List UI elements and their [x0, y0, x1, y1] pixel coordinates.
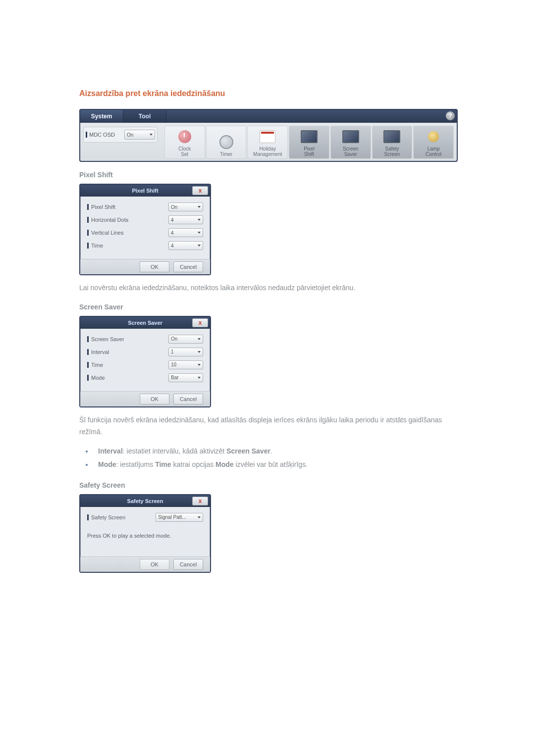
toolbar-item-label: Holiday Management: [253, 146, 282, 157]
screen-saver-bullets: Interval: iestatiet intervālu, kādā akti…: [79, 445, 461, 471]
vertical-lines-select[interactable]: 4: [168, 228, 203, 237]
section-heading: Aizsardzība pret ekrāna iededzināšanu: [79, 89, 461, 98]
toolbar-item-timer[interactable]: Timer: [206, 126, 247, 159]
select-value: On: [171, 336, 177, 342]
toolbar-body: MDC OSD On Clock Set Timer: [80, 123, 457, 161]
select-value: 4: [171, 217, 174, 223]
select-value: 4: [171, 243, 174, 249]
pixel-shift-heading: Pixel Shift: [79, 171, 461, 179]
ok-button[interactable]: OK: [140, 394, 169, 404]
time-select[interactable]: 4: [168, 241, 203, 250]
close-icon: x: [199, 188, 202, 194]
time-select[interactable]: 10: [168, 360, 203, 369]
tab-system[interactable]: System: [80, 110, 123, 123]
dialog-title-text: Safety Screen: [127, 498, 163, 504]
select-value: Signal Patt...: [158, 514, 186, 520]
screen-saver-dialog: Screen Saver x Screen Saver On Interval …: [79, 316, 211, 407]
safety-screen-select[interactable]: Signal Patt...: [156, 513, 203, 522]
toolbar-item-label: Lamp Control: [426, 146, 441, 157]
close-icon: x: [199, 498, 202, 504]
row-time: Time 10: [87, 360, 203, 369]
close-button[interactable]: x: [192, 186, 208, 195]
screen-saver-description: Šī funkcija novērš ekrāna iededzināšanu,…: [79, 414, 461, 438]
bullet-text: : iestatījums: [116, 460, 156, 468]
dialog-footer: OK Cancel: [80, 259, 210, 274]
row-vertical-lines: Vertical Lines 4: [87, 228, 203, 237]
row-label: Mode: [87, 375, 105, 381]
pixel-shift-select[interactable]: On: [168, 202, 203, 211]
chevron-down-icon: [198, 377, 201, 379]
toolbar-item-holiday[interactable]: Holiday Management: [247, 126, 288, 159]
dialog-title-text: Screen Saver: [128, 320, 162, 326]
cancel-button[interactable]: Cancel: [173, 559, 203, 570]
row-safety-screen: Safety Screen Signal Patt...: [87, 513, 203, 522]
row-interval: Interval 1: [87, 348, 203, 356]
pixel-shift-icon: [301, 129, 318, 145]
bullet-strong: Interval: [98, 447, 123, 455]
bullet-interval: Interval: iestatiet intervālu, kādā akti…: [93, 445, 461, 458]
row-label: Screen Saver: [87, 336, 124, 342]
chevron-down-icon: [198, 219, 201, 221]
screen-saver-select[interactable]: On: [168, 335, 203, 344]
select-value: On: [171, 204, 177, 210]
ok-button[interactable]: OK: [140, 559, 169, 570]
mode-select[interactable]: Bar: [168, 373, 203, 382]
help-icon[interactable]: ?: [446, 111, 455, 120]
row-label: Vertical Lines: [87, 230, 123, 236]
row-horizontal-dots: Horizontal Dots 4: [87, 215, 203, 224]
mdc-osd-label: MDC OSD: [86, 132, 124, 138]
bullet-text: katrai opcijas: [171, 460, 215, 468]
chevron-down-icon: [150, 134, 153, 136]
toolbar-item-pixel-shift[interactable]: Pixel Shift: [289, 126, 329, 159]
mdc-osd-value: On: [127, 132, 133, 138]
select-value: 4: [171, 230, 174, 236]
bullet-text: .: [270, 447, 272, 455]
dialog-body: Pixel Shift On Horizontal Dots 4 Vertica…: [80, 197, 210, 259]
row-pixel-shift: Pixel Shift On: [87, 202, 203, 211]
toolbar-item-clock-set[interactable]: Clock Set: [164, 126, 205, 159]
select-value: Bar: [171, 375, 179, 380]
cancel-button[interactable]: Cancel: [173, 261, 203, 272]
clock-icon: [176, 129, 193, 145]
chevron-down-icon: [198, 516, 201, 518]
chevron-down-icon: [198, 245, 201, 247]
chevron-down-icon: [198, 232, 201, 234]
close-icon: x: [199, 320, 202, 326]
lamp-icon: [425, 129, 442, 145]
safety-screen-heading: Safety Screen: [79, 481, 461, 489]
calendar-icon: [259, 129, 276, 145]
bullet-strong: Screen Saver: [226, 447, 270, 455]
horizontal-dots-select[interactable]: 4: [168, 215, 203, 224]
mdc-osd-select[interactable]: On: [124, 130, 155, 140]
row-mode: Mode Bar: [87, 373, 203, 382]
ok-button[interactable]: OK: [140, 261, 169, 272]
toolbar-item-label: Screen Saver: [343, 146, 359, 157]
select-value: 1: [171, 349, 174, 354]
toolbar-item-label: Timer: [220, 151, 232, 157]
row-screen-saver: Screen Saver On: [87, 335, 203, 344]
toolbar-item-screen-saver[interactable]: Screen Saver: [330, 126, 371, 159]
dialog-body: Screen Saver On Interval 1 Time 10: [80, 329, 210, 391]
close-button[interactable]: x: [192, 318, 208, 327]
toolbar-item-safety-screen[interactable]: Safety Screen: [372, 126, 413, 159]
timer-icon: [218, 134, 235, 150]
toolbar-item-lamp-control[interactable]: Lamp Control: [413, 126, 454, 159]
cancel-button[interactable]: Cancel: [173, 394, 203, 404]
row-label: Horizontal Dots: [87, 217, 128, 223]
close-button[interactable]: x: [192, 497, 208, 505]
chevron-down-icon: [198, 206, 201, 208]
toolbar-panel: System Tool ? MDC OSD On Clock Set: [79, 109, 458, 162]
pixel-shift-dialog: Pixel Shift x Pixel Shift On Horizontal …: [79, 184, 211, 275]
safety-screen-instruction: Press OK to play a selected mode.: [87, 533, 203, 539]
row-label: Time: [87, 243, 103, 249]
screen-saver-heading: Screen Saver: [79, 303, 461, 311]
dialog-title: Screen Saver x: [80, 317, 210, 329]
bullet-strong: Time: [155, 460, 171, 468]
dialog-title: Safety Screen x: [80, 495, 210, 507]
row-label: Time: [87, 362, 103, 368]
interval-select[interactable]: 1: [168, 348, 203, 356]
bullet-strong: Mode: [98, 460, 116, 468]
mdc-osd-block: MDC OSD On: [83, 127, 158, 143]
tab-tool[interactable]: Tool: [123, 110, 166, 123]
bullet-text: izvēlei var būt atšķirīgs.: [234, 460, 308, 468]
